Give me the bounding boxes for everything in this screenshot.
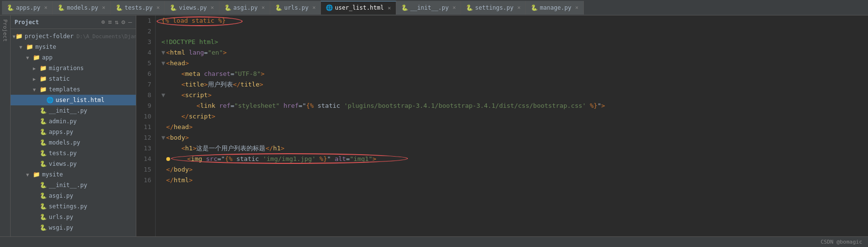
arrow-admin bbox=[33, 119, 40, 124]
tab-manage[interactable]: 🐍 manage.py ✕ bbox=[526, 1, 584, 15]
tree-project-folder[interactable]: ▼ 📁 project-folder D:\A_Documents\Django… bbox=[11, 31, 136, 42]
tree-mysite-inner[interactable]: ▼ 📁 mysite bbox=[11, 169, 136, 180]
python-icon-wsgi: 🐍 bbox=[40, 224, 47, 231]
tree-views[interactable]: 🐍 views.py bbox=[11, 159, 136, 169]
tree-migrations[interactable]: ▶ 📁 migrations bbox=[11, 63, 136, 73]
code-indent-10 bbox=[166, 111, 181, 122]
code-line-8[interactable]: ▼ < script > bbox=[161, 90, 868, 101]
tab-models[interactable]: 🐍 models.py ✕ bbox=[53, 1, 111, 15]
code-line-6[interactable]: ▼ < meta charset = "UTF-8" > bbox=[161, 69, 868, 79]
fold-10: ▼ bbox=[161, 111, 165, 122]
tree-tests[interactable]: 🐍 tests.py bbox=[11, 148, 136, 159]
code-lt-6: < bbox=[181, 69, 185, 79]
settings-icon[interactable]: ⚙ bbox=[121, 18, 125, 26]
tree-init-app[interactable]: 🐍 __init__.py bbox=[11, 105, 136, 116]
code-eq-9a: = bbox=[231, 101, 234, 111]
tree-label-mysite-inner: mysite bbox=[42, 171, 63, 178]
code-attr-src: src bbox=[206, 154, 217, 164]
code-h1-text: 这是一个用户列表的标题 bbox=[196, 143, 265, 154]
close-init-tab[interactable]: ✕ bbox=[452, 4, 456, 11]
code-line-1[interactable]: {% load static %} bbox=[161, 15, 868, 26]
line-num-5: 5 bbox=[136, 58, 151, 69]
warning-dot-14 bbox=[166, 157, 170, 161]
code-line-14[interactable]: ▼ < img src = " {% static 'img/img1.jpg'… bbox=[161, 154, 868, 164]
close-tests-tab[interactable]: ✕ bbox=[157, 4, 160, 11]
main-layout: Project Project ⊕ ≡ ⇅ ⚙ — ▼ 📁 project-fo… bbox=[0, 15, 868, 236]
sidebar: Project ⊕ ≡ ⇅ ⚙ — ▼ 📁 project-folder D:\… bbox=[11, 15, 136, 236]
code-line-13[interactable]: ▼ < h1 > 这是一个用户列表的标题 </ h1 > bbox=[161, 143, 868, 154]
collapse-icon[interactable]: ≡ bbox=[108, 18, 112, 26]
code-val-img1: "img1" bbox=[350, 154, 373, 164]
code-line-3[interactable]: <!DOCTYPE html> bbox=[161, 37, 868, 47]
close-apps-tab[interactable]: ✕ bbox=[44, 4, 48, 11]
arrow-init-app bbox=[33, 108, 40, 114]
tree-app[interactable]: ▼ 📁 app bbox=[11, 52, 136, 63]
tab-tests[interactable]: 🐍 tests.py ✕ bbox=[111, 1, 165, 15]
tree-mysite-top[interactable]: ▼ 📁 mysite bbox=[11, 42, 136, 52]
editor-content[interactable]: 1 2 3 4 5 6 7 8 9 10 11 12 13 14 15 16 bbox=[136, 15, 868, 236]
tab-urls[interactable]: 🐍 urls.py ✕ bbox=[270, 1, 321, 15]
code-space-2 bbox=[215, 15, 218, 26]
code-line-9[interactable]: ▼ < link ref = "stylesheet" href = " {% … bbox=[161, 101, 868, 111]
sync-icon[interactable]: ⊕ bbox=[101, 18, 105, 26]
tab-asgi[interactable]: 🐍 asgi.py ✕ bbox=[219, 1, 270, 15]
tree-label-apps: apps.py bbox=[49, 129, 73, 135]
sort-icon[interactable]: ⇅ bbox=[115, 18, 119, 26]
code-line-4[interactable]: ▼ < html lang = "en" > bbox=[161, 47, 868, 58]
tab-settings[interactable]: 🐍 settings.py ✕ bbox=[461, 1, 526, 15]
code-line-2[interactable] bbox=[161, 26, 868, 37]
close-models-tab[interactable]: ✕ bbox=[102, 4, 105, 11]
tree-apps[interactable]: 🐍 apps.py bbox=[11, 127, 136, 137]
line-num-13: 13 bbox=[136, 143, 151, 154]
code-tpl-static-open: {% bbox=[306, 101, 314, 111]
folder-icon-mysite-top: 📁 bbox=[26, 44, 33, 50]
close-settings-tab[interactable]: ✕ bbox=[517, 4, 521, 11]
close-asgi-tab[interactable]: ✕ bbox=[261, 4, 265, 11]
code-line-7[interactable]: ▼ < title > 用户列表 </ title > bbox=[161, 79, 868, 90]
code-line-15[interactable]: ▼ </ body > bbox=[161, 164, 868, 175]
code-tag-html-close: html bbox=[174, 175, 188, 186]
close-user-list-tab[interactable]: ✕ bbox=[388, 5, 391, 11]
tree-models[interactable]: 🐍 models.py bbox=[11, 137, 136, 148]
code-quote-9b: " bbox=[597, 101, 601, 111]
folder-icon-static: 📁 bbox=[40, 75, 47, 82]
code-lt-14: < bbox=[187, 154, 191, 164]
code-tag-link: link bbox=[200, 101, 215, 111]
code-line-12[interactable]: ▼ < body > bbox=[161, 132, 868, 143]
project-side-label: Project bbox=[0, 15, 11, 236]
code-gt-16: > bbox=[189, 175, 193, 186]
code-line-11[interactable]: ▼ </ head > bbox=[161, 122, 868, 132]
tab-apps[interactable]: 🐍 apps.py ✕ bbox=[2, 1, 53, 15]
code-tag-body: body bbox=[170, 132, 185, 143]
code-gt-4: > bbox=[223, 47, 227, 58]
arrow-apps bbox=[33, 130, 40, 135]
code-line-5[interactable]: ▼ < head > bbox=[161, 58, 868, 69]
close-manage-tab[interactable]: ✕ bbox=[575, 4, 579, 11]
code-tag-h1: h1 bbox=[185, 143, 193, 154]
tree-settings[interactable]: 🐍 settings.py bbox=[11, 201, 136, 212]
code-line-10[interactable]: ▼ </ script > bbox=[161, 111, 868, 122]
code-indent-14 bbox=[172, 154, 187, 164]
tree-urls[interactable]: 🐍 urls.py bbox=[11, 212, 136, 222]
tree-wsgi[interactable]: 🐍 wsgi.py bbox=[11, 222, 136, 233]
code-tag-title-close: title bbox=[241, 79, 260, 90]
code-line-16[interactable]: ▼ </ html > bbox=[161, 175, 868, 186]
tree-admin[interactable]: 🐍 admin.py bbox=[11, 116, 136, 127]
tab-user-list[interactable]: 🌐 user_list.html ✕ bbox=[321, 1, 396, 15]
tree-templates[interactable]: ▼ 📁 templates bbox=[11, 84, 136, 95]
close-sidebar-icon[interactable]: — bbox=[128, 18, 132, 26]
code-lt-5: < bbox=[166, 58, 170, 69]
code-tag-head: head bbox=[170, 58, 185, 69]
line-num-14: 14 bbox=[136, 154, 151, 164]
tree-static[interactable]: ▶ 📁 static bbox=[11, 73, 136, 84]
arrow-views bbox=[33, 161, 40, 167]
tree-user-list-html[interactable]: 🌐 user_list.html bbox=[11, 95, 136, 105]
tree-init-mysite[interactable]: 🐍 __init__.py bbox=[11, 180, 136, 190]
tab-init[interactable]: 🐍 __init__.py ✕ bbox=[396, 1, 461, 15]
tab-views[interactable]: 🐍 views.py ✕ bbox=[165, 1, 219, 15]
code-lines[interactable]: {% load static %} <!DOCTYPE html> ▼ < ht… bbox=[156, 15, 868, 236]
close-views-tab[interactable]: ✕ bbox=[211, 4, 214, 11]
code-space-4 bbox=[185, 47, 189, 58]
close-urls-tab[interactable]: ✕ bbox=[312, 4, 316, 11]
tree-asgi[interactable]: 🐍 asgi.py bbox=[11, 190, 136, 201]
